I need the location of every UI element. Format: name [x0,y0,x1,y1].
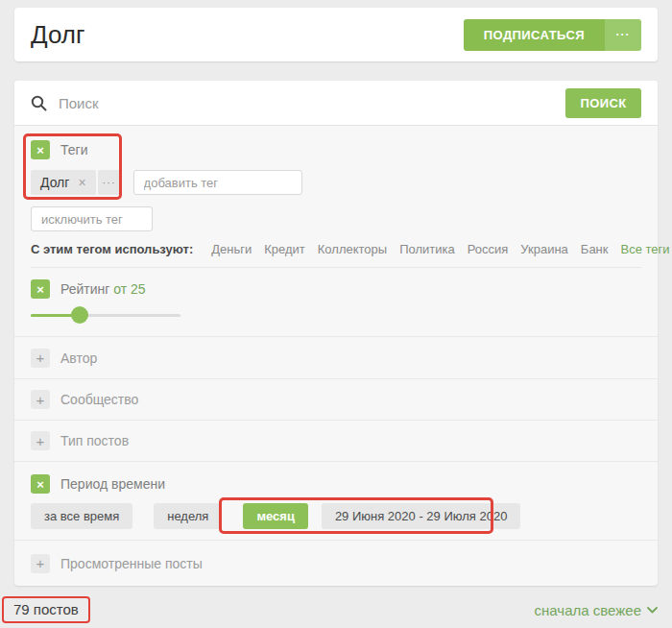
post-type-section-toggle[interactable]: + Тип постов [14,420,658,461]
related-tag-link[interactable]: Политика [399,242,455,256]
tags-section-label: Теги [60,142,87,157]
ellipsis-icon: ··· [103,177,116,188]
search-icon [31,95,47,111]
remove-tags-filter-button[interactable]: × [31,140,50,159]
plus-icon[interactable]: + [31,554,50,573]
author-section-toggle[interactable]: + Автор [14,336,658,378]
exclude-tag-input[interactable] [31,206,153,231]
posts-count: 79 постов [2,596,90,623]
rating-value: от 25 [113,281,145,297]
sort-order-dropdown[interactable]: сначала свежее [535,602,658,618]
period-all-time-button[interactable]: за все время [31,503,132,529]
close-icon: × [36,143,44,157]
tags-section: × Теги Долг × ··· С этим тегом использую… [14,126,658,267]
author-section-label: Автор [60,350,97,366]
subscribe-button[interactable]: ПОДПИСАТЬСЯ [464,19,605,51]
related-tag-link[interactable]: Украина [520,242,568,256]
period-month-button[interactable]: месяц [243,503,307,529]
community-section-toggle[interactable]: + Сообщество [14,378,658,420]
related-tags-label: С этим тегом используют: [31,242,193,256]
remove-period-filter-button[interactable]: × [31,474,50,494]
tags-section-header: × Теги [31,140,641,159]
plus-icon[interactable]: + [31,431,50,450]
search-bar: ПОИСК [14,81,658,126]
post-type-section-label: Тип постов [60,433,129,448]
exclude-tag-row [31,206,641,231]
close-icon: × [36,282,44,297]
add-tag-input[interactable] [133,170,302,195]
community-section-label: Сообщество [60,392,138,407]
related-tag-link[interactable]: Банк [581,242,609,256]
search-button[interactable]: ПОИСК [565,88,641,118]
subscribe-more-button[interactable]: ··· [605,19,641,51]
rating-slider-handle[interactable] [71,306,88,324]
plus-icon[interactable]: + [31,390,50,409]
period-section: × Период времени за все время неделя мес… [14,461,658,540]
all-tags-link[interactable]: Все теги [621,242,670,256]
sort-order-label: сначала свежее [535,602,641,618]
subscribe-group: ПОДПИСАТЬСЯ ··· [464,19,641,51]
tag-remove-icon[interactable]: × [78,175,85,190]
viewed-posts-section-toggle[interactable]: + Просмотренные посты [14,540,658,586]
chevron-down-icon [647,607,658,614]
related-tags-row: С этим тегом используют: Деньги Кредит К… [31,242,641,256]
ellipsis-icon: ··· [616,28,631,41]
page-header: Долг ПОДПИСАТЬСЯ ··· [14,8,658,61]
period-section-label: Период времени [60,476,165,492]
page-title: Долг [31,20,84,50]
rating-section: × Рейтинг от 25 [14,268,658,336]
rating-section-header: × Рейтинг от 25 [31,279,641,299]
tag-options-button[interactable]: ··· [98,170,121,195]
period-options-row: за все время неделя месяц 29 Июня 2020 -… [31,503,641,529]
period-week-button[interactable]: неделя [154,503,222,529]
rating-slider[interactable] [31,314,180,317]
viewed-posts-section-label: Просмотренные посты [60,556,203,571]
date-range-button[interactable]: 29 Июня 2020 - 29 Июля 2020 [322,503,521,529]
search-filter-panel: ПОИСК × Теги Долг × ··· С этим тегом исп… [14,81,658,586]
period-section-header: × Период времени [31,474,641,494]
tag-chip[interactable]: Долг × [31,170,96,195]
related-tag-link[interactable]: Россия [468,242,509,256]
remove-rating-filter-button[interactable]: × [31,279,50,299]
close-icon: × [36,477,44,492]
tag-chip-label: Долг [40,175,69,190]
related-tag-link[interactable]: Деньги [211,242,252,256]
plus-icon[interactable]: + [31,349,50,368]
active-tags-row: Долг × ··· [31,170,641,195]
rating-section-label: Рейтинг от 25 [60,281,146,297]
related-tag-link[interactable]: Кредит [264,242,305,256]
related-tag-link[interactable]: Коллекторы [318,242,387,256]
results-footer: 79 постов сначала свежее [14,596,658,623]
search-input[interactable] [59,95,565,111]
